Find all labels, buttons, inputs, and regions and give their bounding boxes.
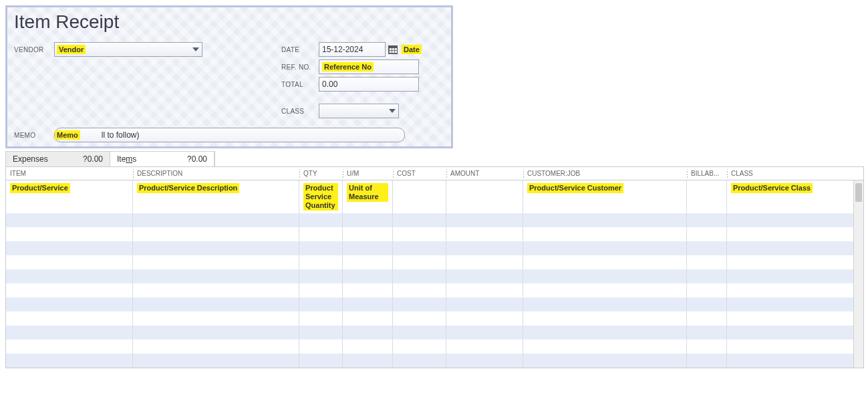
class-select[interactable]: [319, 104, 399, 118]
col-header-class[interactable]: CLASS: [727, 167, 863, 180]
table-row[interactable]: [6, 255, 863, 269]
table-row[interactable]: [6, 311, 863, 325]
memo-input[interactable]: Memo ll to follow): [54, 128, 405, 142]
cell-amount: [446, 180, 523, 213]
table-row[interactable]: [6, 283, 863, 297]
col-header-billable[interactable]: BILLAB...: [687, 167, 727, 180]
vertical-scrollbar[interactable]: [853, 180, 863, 368]
cell-um: Unit of Measure: [347, 183, 388, 202]
vendor-select[interactable]: Vendor: [54, 42, 202, 57]
date-annotation: Date: [402, 45, 422, 54]
table-row[interactable]: [6, 241, 863, 255]
class-label: CLASS: [281, 108, 319, 115]
memo-rest: ll to follow): [102, 130, 140, 140]
item-receipt-header: Item Receipt VENDOR Vendor DATE 15-12-20…: [5, 5, 453, 148]
tabs-bar: Expenses ?0.00 Items ?0.00: [5, 151, 215, 166]
total-input[interactable]: 0.00: [319, 77, 419, 92]
total-row: TOTAL 0.00: [281, 77, 444, 92]
scrollbar-thumb[interactable]: [855, 183, 862, 202]
table-row[interactable]: [6, 297, 863, 311]
col-header-qty[interactable]: QTY: [299, 167, 343, 180]
grid-header: ITEM DESCRIPTION QTY U/M COST AMOUNT CUS…: [6, 167, 863, 180]
col-header-cost[interactable]: COST: [393, 167, 446, 180]
col-header-item[interactable]: ITEM: [6, 167, 133, 180]
page-title: Item Receipt: [14, 11, 444, 33]
class-row: CLASS: [281, 104, 444, 118]
col-header-description[interactable]: DESCRIPTION: [133, 167, 299, 180]
chevron-down-icon: [389, 109, 396, 113]
items-grid: ITEM DESCRIPTION QTY U/M COST AMOUNT CUS…: [5, 166, 864, 368]
table-row[interactable]: Product/Service Product/Service Descript…: [6, 180, 863, 213]
calendar-icon[interactable]: [388, 45, 398, 54]
tab-items-label: Items: [117, 154, 136, 164]
refno-label: REF. NO.: [281, 63, 319, 71]
cell-billable: [687, 180, 727, 213]
table-row[interactable]: [6, 269, 863, 283]
total-label: TOTAL: [281, 81, 319, 88]
date-row: DATE 15-12-2024 Date: [281, 42, 444, 57]
date-value: 15-12-2024: [322, 45, 363, 54]
vendor-value: Vendor: [57, 45, 86, 54]
table-row[interactable]: [6, 325, 863, 340]
tab-expenses-label: Expenses: [13, 154, 48, 164]
col-header-customer[interactable]: CUSTOMER:JOB: [523, 167, 687, 180]
tab-expenses-amount: ?0.00: [76, 154, 103, 164]
tab-expenses[interactable]: Expenses ?0.00: [6, 152, 110, 166]
cell-cost: [393, 180, 446, 213]
vendor-row: VENDOR Vendor: [14, 42, 281, 57]
refno-input[interactable]: Reference No: [319, 59, 419, 74]
memo-value: Memo: [55, 130, 80, 140]
date-label: DATE: [281, 46, 319, 53]
grid-body: Product/Service Product/Service Descript…: [6, 180, 863, 368]
refno-row: REF. NO. Reference No: [281, 59, 444, 74]
tab-items[interactable]: Items ?0.00: [110, 152, 214, 166]
table-row[interactable]: [6, 354, 863, 368]
date-input[interactable]: 15-12-2024: [319, 42, 386, 57]
cell-item: Product/Service: [10, 183, 70, 193]
table-row[interactable]: [6, 213, 863, 227]
memo-label: MEMO: [14, 132, 54, 139]
cell-description: Product/Service Description: [137, 183, 239, 193]
memo-row: MEMO Memo ll to follow): [14, 128, 444, 142]
tab-items-amount: ?0.00: [180, 154, 207, 164]
cell-customer: Product/Service Customer: [527, 183, 623, 193]
cell-qty: Product Service Quantity: [303, 183, 338, 211]
total-value: 0.00: [322, 80, 337, 89]
refno-value: Reference No: [322, 62, 374, 72]
col-header-um[interactable]: U/M: [343, 167, 393, 180]
col-header-amount[interactable]: AMOUNT: [446, 167, 523, 180]
chevron-down-icon: [192, 47, 199, 51]
cell-class: Product/Service Class: [731, 183, 813, 193]
table-row[interactable]: [6, 227, 863, 241]
vendor-label: VENDOR: [14, 46, 54, 53]
table-row[interactable]: [6, 340, 863, 354]
